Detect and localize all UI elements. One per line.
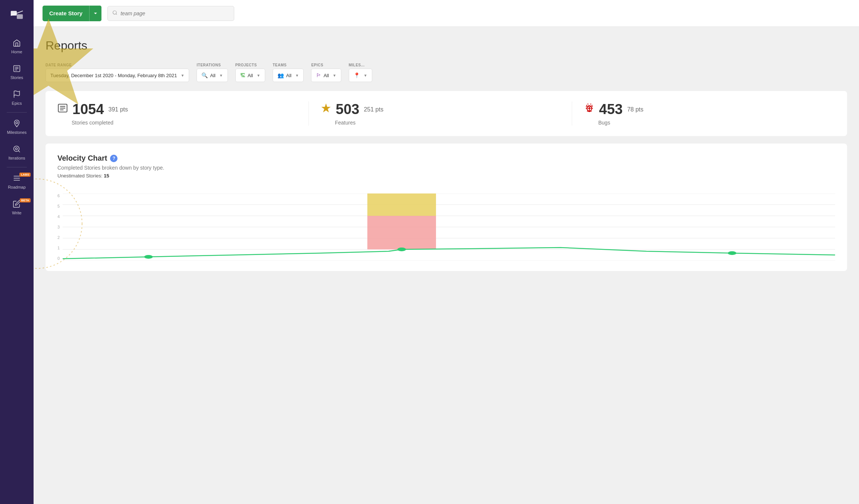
sidebar-item-label: Stories xyxy=(10,75,23,80)
beta-badge: BETA xyxy=(20,198,31,202)
sidebar-divider-2 xyxy=(7,167,27,167)
epics-label: EPICS xyxy=(311,63,341,67)
chart-area: 6 5 4 3 2 1 0 xyxy=(57,186,835,261)
sidebar-item-milestones[interactable]: Milestones xyxy=(0,114,34,140)
main-wrapper: Create Story Reports DATE RANGE xyxy=(34,0,859,504)
sidebar-item-label: Home xyxy=(11,50,22,54)
teams-value: All xyxy=(286,73,291,78)
sidebar-divider xyxy=(7,112,27,113)
sidebar-item-write[interactable]: BETA Write xyxy=(0,195,34,220)
date-range-value: Tuesday, December 1st 2020 - Monday, Feb… xyxy=(50,73,177,78)
sidebar-item-roadmap[interactable]: LABS Roadmap xyxy=(0,169,34,195)
sidebar-item-stories[interactable]: Stories xyxy=(0,59,34,85)
stat-features-header: 503 251 pts xyxy=(321,101,383,117)
velocity-chart-svg xyxy=(63,193,835,261)
y-label-1: 1 xyxy=(57,246,60,250)
chart-title-row: Velocity Chart ? xyxy=(57,154,835,163)
create-story-dropdown-arrow[interactable] xyxy=(89,6,101,21)
stories-label: Stories completed xyxy=(72,120,113,126)
topbar: Create Story xyxy=(34,0,859,27)
unestimated-label: Unestimated Stories: xyxy=(57,173,103,179)
bugs-pts: 78 pts xyxy=(627,106,643,113)
milestones-filter-icon: 📍 xyxy=(354,72,360,78)
help-icon[interactable]: ? xyxy=(110,155,117,162)
features-count: 503 xyxy=(336,101,359,117)
milestones-arrow-icon: ▼ xyxy=(364,73,367,78)
unestimated-count: 15 xyxy=(104,173,109,179)
projects-filter-icon: 🏗 xyxy=(240,72,245,78)
stories-stat-icon xyxy=(57,103,68,116)
search-icon xyxy=(112,10,117,16)
date-range-arrow-icon: ▼ xyxy=(181,73,184,78)
filters-row: DATE RANGE Tuesday, December 1st 2020 - … xyxy=(46,63,847,82)
projects-arrow-icon: ▼ xyxy=(257,73,260,78)
iterations-arrow-icon: ▼ xyxy=(219,73,223,78)
stat-features: 503 251 pts Features xyxy=(309,101,572,126)
sidebar-item-label: Write xyxy=(12,211,21,215)
iterations-value: All xyxy=(210,73,215,78)
search-bar[interactable] xyxy=(107,6,234,21)
labs-badge: LABS xyxy=(19,173,31,177)
epics-icon xyxy=(13,90,21,100)
create-story-button[interactable]: Create Story xyxy=(43,6,101,21)
features-stat-icon xyxy=(321,103,331,116)
svg-rect-3 xyxy=(17,14,23,19)
date-range-label: DATE RANGE xyxy=(46,63,189,67)
main-content: Reports DATE RANGE Tuesday, December 1st… xyxy=(34,27,859,504)
date-range-select[interactable]: Tuesday, December 1st 2020 - Monday, Feb… xyxy=(46,69,189,82)
page-title: Reports xyxy=(46,39,847,53)
create-story-label: Create Story xyxy=(43,6,89,21)
milestones-filter: MILES... 📍 ▼ xyxy=(349,63,372,82)
y-label-6: 6 xyxy=(57,193,60,198)
sidebar-item-home[interactable]: Home xyxy=(0,34,34,59)
iterations-label: ITERATIONS xyxy=(197,63,228,67)
y-axis: 6 5 4 3 2 1 0 xyxy=(57,193,60,261)
logo-icon xyxy=(10,8,23,22)
svg-rect-29 xyxy=(367,193,436,216)
teams-select[interactable]: 👥 All ▼ xyxy=(273,69,304,82)
y-label-5: 5 xyxy=(57,204,60,208)
chart-subtitle: Completed Stories broken down by story t… xyxy=(57,165,835,171)
sidebar: Home Stories Epics xyxy=(0,0,34,504)
sidebar-item-label: Iterations xyxy=(8,156,25,160)
stat-stories: 1054 391 pts Stories completed xyxy=(57,101,309,126)
epics-value: All xyxy=(323,73,329,78)
y-label-3: 3 xyxy=(57,225,60,229)
svg-point-33 xyxy=(728,251,736,255)
features-pts: 251 pts xyxy=(364,106,383,113)
stat-bugs: 453 78 pts Bugs xyxy=(572,101,835,126)
projects-select[interactable]: 🏗 All ▼ xyxy=(235,69,265,82)
date-range-filter: DATE RANGE Tuesday, December 1st 2020 - … xyxy=(46,63,189,82)
sidebar-item-label: Milestones xyxy=(7,130,27,135)
home-icon xyxy=(13,39,21,48)
bugs-label: Bugs xyxy=(598,120,610,126)
teams-filter-icon: 👥 xyxy=(278,72,284,78)
sidebar-item-label: Epics xyxy=(12,101,22,105)
svg-point-32 xyxy=(398,248,406,251)
stories-count: 1054 xyxy=(72,101,104,117)
search-input[interactable] xyxy=(120,10,229,16)
stats-card: 1054 391 pts Stories completed 503 251 p… xyxy=(46,91,847,136)
bugs-count: 453 xyxy=(599,101,623,117)
app-logo[interactable] xyxy=(0,0,34,30)
iterations-select[interactable]: 🔍 All ▼ xyxy=(197,69,228,82)
iterations-icon xyxy=(13,145,21,154)
milestones-select[interactable]: 📍 ▼ xyxy=(349,69,372,82)
dropdown-arrow-icon xyxy=(93,11,98,16)
y-label-4: 4 xyxy=(57,214,60,219)
sidebar-item-epics[interactable]: Epics xyxy=(0,85,34,111)
sidebar-navigation: Home Stories Epics xyxy=(0,30,34,220)
svg-point-12 xyxy=(15,148,18,150)
y-label-0: 0 xyxy=(57,256,60,261)
bugs-stat-icon xyxy=(584,103,595,116)
teams-filter: TEAMS 👥 All ▼ xyxy=(273,63,304,82)
iterations-filter-icon: 🔍 xyxy=(201,72,208,78)
chart-unestimated-info: Unestimated Stories: 15 xyxy=(57,173,835,179)
milestones-filter-label: MILES... xyxy=(349,63,372,67)
epics-select[interactable]: 🏳 All ▼ xyxy=(311,69,341,82)
stat-bugs-header: 453 78 pts xyxy=(584,101,643,117)
sidebar-item-iterations[interactable]: Iterations xyxy=(0,140,34,166)
teams-arrow-icon: ▼ xyxy=(295,73,299,78)
iterations-filter: ITERATIONS 🔍 All ▼ xyxy=(197,63,228,82)
velocity-chart-card: Velocity Chart ? Completed Stories broke… xyxy=(46,144,847,271)
